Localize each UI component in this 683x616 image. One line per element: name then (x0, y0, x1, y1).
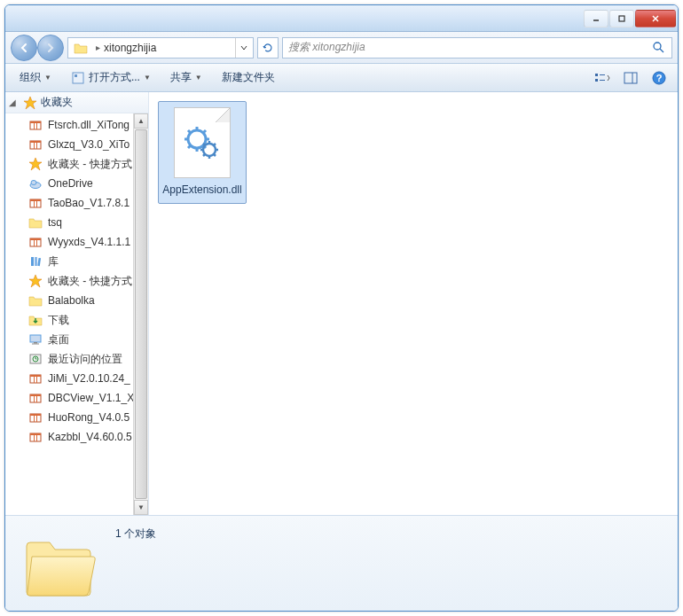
sidebar-item[interactable]: tsq (5, 213, 133, 232)
svg-rect-17 (30, 121, 41, 123)
svg-point-59 (203, 144, 216, 156)
sidebar-item[interactable]: 下载 (5, 310, 133, 330)
svg-line-5 (660, 49, 663, 52)
file-label: AppExtension.dll (162, 183, 241, 198)
open-with-menu[interactable]: 打开方式...▼ (64, 66, 158, 89)
svg-rect-6 (73, 73, 83, 83)
preview-pane-button[interactable] (619, 68, 642, 88)
sidebar-item[interactable]: DBCView_V1.1_X (5, 388, 133, 408)
sidebar-item-label: tsq (48, 216, 62, 229)
svg-rect-10 (595, 79, 598, 82)
sidebar-item-label: 库 (48, 254, 59, 269)
svg-rect-47 (30, 394, 41, 396)
search-input[interactable]: 搜索 xitongzhijia (282, 37, 672, 58)
svg-rect-51 (30, 414, 41, 416)
sidebar-item[interactable]: 桌面 (5, 330, 133, 349)
sidebar-item-label: 收藏夹 - 快捷方式 (48, 157, 132, 172)
svg-rect-43 (30, 375, 41, 377)
sidebar-item-label: HuoRong_V4.0.5 (48, 411, 130, 424)
svg-rect-32 (34, 238, 35, 246)
svg-rect-48 (34, 394, 35, 402)
sidebar-item[interactable]: Wyyxds_V4.1.1.1 (5, 232, 133, 252)
sidebar-item[interactable]: 库 (5, 252, 133, 271)
sidebar-item-label: 桌面 (48, 332, 69, 347)
archive-icon (28, 430, 43, 444)
folder-large-icon (16, 521, 101, 606)
onedrive-icon (28, 176, 43, 191)
sidebar-item[interactable]: OneDrive (5, 174, 133, 193)
breadcrumb-separator-icon[interactable]: ▸ (91, 38, 104, 58)
archive-icon (28, 235, 43, 249)
sidebar-item[interactable]: JiMi_V2.0.10.24_ (5, 369, 133, 388)
dll-file-icon (174, 107, 231, 178)
folder-icon (28, 293, 43, 308)
svg-point-4 (654, 43, 661, 50)
address-bar[interactable]: ▸ xitongzhijia (67, 37, 254, 58)
folder-icon (74, 41, 88, 55)
view-options-button[interactable] (591, 68, 614, 88)
close-button[interactable] (635, 10, 676, 27)
svg-rect-56 (34, 433, 35, 441)
sidebar: ◢ 收藏夹 Ftsrch.dll_XiTongGlxzq_V3.0_XiTo收藏… (5, 92, 149, 515)
nav-back-button[interactable] (11, 35, 37, 61)
file-pane[interactable]: AppExtension.dll (149, 92, 678, 515)
sidebar-item-label: Balabolka (48, 294, 95, 307)
share-menu[interactable]: 共享▼ (163, 66, 209, 89)
sidebar-item[interactable]: TaoBao_V1.7.8.1 (5, 193, 133, 213)
svg-rect-45 (36, 375, 37, 383)
explorer-window: ▸ xitongzhijia 搜索 xitongzhijia 组织▼ 打开方式.… (4, 4, 679, 612)
app-icon (71, 71, 85, 85)
nav-forward-button[interactable] (37, 35, 64, 61)
maximize-button[interactable] (609, 10, 634, 27)
archive-icon (28, 371, 43, 386)
scroll-down-button[interactable]: ▼ (134, 500, 148, 515)
star-icon (28, 274, 43, 288)
star-icon (28, 157, 43, 171)
svg-rect-35 (35, 257, 37, 266)
svg-rect-44 (34, 375, 35, 383)
toolbar: 组织▼ 打开方式...▼ 共享▼ 新建文件夹 ? (5, 64, 678, 92)
sidebar-item[interactable]: HuoRong_V4.0.5 (5, 408, 133, 427)
svg-rect-27 (30, 199, 41, 201)
sidebar-item-label: 收藏夹 - 快捷方式 (48, 274, 132, 289)
sidebar-item-label: DBCView_V1.1_X (48, 392, 133, 404)
svg-rect-55 (30, 433, 41, 435)
svg-rect-7 (75, 74, 77, 77)
sidebar-item-label: OneDrive (48, 177, 93, 190)
organize-menu[interactable]: 组织▼ (12, 66, 59, 89)
status-count: 1 个对象 (115, 526, 156, 542)
expand-icon: ◢ (9, 97, 20, 107)
svg-rect-34 (31, 257, 34, 266)
help-button[interactable]: ? (648, 68, 671, 88)
sidebar-item[interactable]: Kazbbl_V4.60.0.5 (5, 427, 133, 447)
folder-icon (28, 215, 43, 230)
scroll-thumb[interactable] (135, 129, 147, 499)
breadcrumb-path: xitongzhijia (104, 42, 235, 54)
svg-rect-28 (34, 199, 35, 207)
sidebar-scrollbar[interactable]: ▲ ▼ (133, 113, 148, 515)
new-folder-button[interactable]: 新建文件夹 (215, 66, 282, 89)
minimize-button[interactable] (584, 10, 608, 27)
file-item-selected[interactable]: AppExtension.dll (158, 101, 247, 204)
sidebar-item[interactable]: Ftsrch.dll_XiTong (5, 115, 133, 135)
navbar: ▸ xitongzhijia 搜索 xitongzhijia (5, 32, 678, 64)
svg-point-25 (31, 181, 36, 185)
sidebar-item[interactable]: 收藏夹 - 快捷方式 (5, 154, 133, 174)
svg-rect-49 (36, 394, 37, 402)
sidebar-favorites-header[interactable]: ◢ 收藏夹 (5, 92, 148, 113)
refresh-button[interactable] (257, 37, 279, 58)
sidebar-item[interactable]: 收藏夹 - 快捷方式 (5, 271, 133, 291)
address-dropdown-button[interactable] (235, 38, 251, 58)
svg-rect-38 (34, 342, 37, 344)
sidebar-item-label: 最近访问的位置 (48, 352, 122, 367)
sidebar-item[interactable]: Glxzq_V3.0_XiTo (5, 135, 133, 154)
sidebar-items: Ftsrch.dll_XiTongGlxzq_V3.0_XiTo收藏夹 - 快捷… (5, 113, 133, 515)
sidebar-item-label: Wyyxds_V4.1.1.1 (48, 236, 130, 248)
svg-rect-22 (34, 141, 35, 149)
svg-rect-8 (595, 74, 598, 76)
sidebar-item[interactable]: Balabolka (5, 291, 133, 310)
content-area: ◢ 收藏夹 Ftsrch.dll_XiTongGlxzq_V3.0_XiTo收藏… (5, 92, 678, 515)
svg-rect-57 (36, 433, 37, 441)
scroll-up-button[interactable]: ▲ (134, 113, 148, 129)
sidebar-item[interactable]: 最近访问的位置 (5, 349, 133, 369)
